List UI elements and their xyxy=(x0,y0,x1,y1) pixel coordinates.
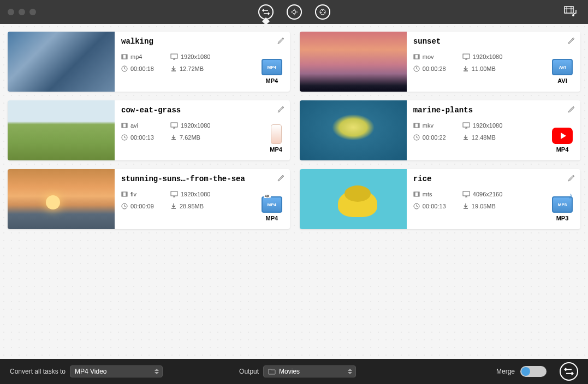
filesize: 28.95MB xyxy=(170,203,230,209)
svg-point-6 xyxy=(572,14,574,16)
output-folder-value: Movies xyxy=(279,368,300,375)
thumbnail xyxy=(8,32,115,92)
source-format: flv xyxy=(121,191,170,197)
thumbnail xyxy=(300,100,407,160)
file-title: sunset xyxy=(413,37,574,46)
target-format-label: AVI xyxy=(557,77,567,84)
minimize-window-icon[interactable] xyxy=(19,9,25,15)
source-format: avi xyxy=(121,122,170,129)
convert-all-label: Convert all tasks to xyxy=(10,368,66,375)
target-format-button[interactable]: MP4 xyxy=(552,128,573,153)
target-format-select[interactable]: MP4 Video xyxy=(70,365,163,377)
edit-icon[interactable] xyxy=(277,105,286,116)
file-title: marine-plants xyxy=(413,106,574,115)
filesize: 11.00MB xyxy=(462,65,522,72)
merge-toggle[interactable] xyxy=(520,366,547,377)
svg-point-2 xyxy=(322,10,323,11)
window-controls xyxy=(0,9,36,15)
task-card[interactable]: sunsetmov1920x108000:00:2811.00MBAVI xyxy=(300,32,580,92)
file-title: walking xyxy=(121,37,283,46)
download-tab-icon[interactable] xyxy=(287,4,302,20)
duration: 00:00:28 xyxy=(413,65,462,72)
thumbnail xyxy=(300,169,407,229)
target-format-label: MP4 xyxy=(266,215,278,221)
convert-tab-icon[interactable] xyxy=(258,4,274,20)
merge-label: Merge xyxy=(496,368,515,375)
svg-rect-17 xyxy=(463,123,470,127)
svg-point-0 xyxy=(293,10,296,14)
playlist-icon[interactable] xyxy=(564,5,577,19)
edit-icon[interactable] xyxy=(567,105,576,116)
edit-icon[interactable] xyxy=(277,36,286,47)
filesize: 12.48MB xyxy=(462,134,522,141)
thumbnail xyxy=(300,32,407,92)
source-format: mts xyxy=(413,191,462,197)
mode-tabs xyxy=(258,4,330,20)
start-convert-button[interactable] xyxy=(560,362,578,381)
file-title: cow-eat-grass xyxy=(121,106,283,115)
target-format-label: MP4 xyxy=(556,146,569,153)
thumbnail xyxy=(8,100,115,160)
format-icon xyxy=(552,196,573,213)
filesize: 7.62MB xyxy=(170,134,230,141)
task-card[interactable]: stunning-suns…-from-the-seaflv1920x10800… xyxy=(8,169,290,229)
task-card[interactable]: walkingmp41920x108000:00:1812.72MBMP4 xyxy=(8,32,290,92)
title-bar xyxy=(0,0,588,24)
resolution: 4096x2160 xyxy=(462,191,522,197)
target-format-button[interactable]: MP4 xyxy=(262,59,282,84)
source-format: mp4 xyxy=(121,53,170,60)
svg-rect-8 xyxy=(171,54,177,58)
close-window-icon[interactable] xyxy=(8,9,14,15)
task-grid: walkingmp41920x108000:00:1812.72MBMP4sun… xyxy=(0,24,588,237)
format-icon xyxy=(552,128,573,144)
output-label: Output xyxy=(239,368,259,375)
duration: 00:00:09 xyxy=(121,203,170,209)
filesize: 19.05MB xyxy=(462,203,522,209)
maximize-window-icon[interactable] xyxy=(29,9,36,15)
task-card[interactable]: marine-plantsmkv1920x108000:00:2212.48MB… xyxy=(300,100,580,160)
media-tab-icon[interactable] xyxy=(315,4,330,20)
svg-point-3 xyxy=(320,12,322,13)
edit-icon[interactable] xyxy=(277,173,286,184)
svg-rect-23 xyxy=(463,191,470,196)
svg-point-4 xyxy=(324,12,325,13)
resolution: 1920x1080 xyxy=(170,53,230,60)
svg-rect-20 xyxy=(171,191,177,196)
duration: 00:00:18 xyxy=(121,65,170,72)
duration: 00:00:13 xyxy=(413,203,462,209)
output-folder-select[interactable]: Movies xyxy=(263,365,356,377)
thumbnail xyxy=(8,169,115,229)
task-card[interactable]: cow-eat-grassavi1920x108000:00:137.62MBM… xyxy=(8,100,290,160)
svg-rect-11 xyxy=(463,54,470,58)
target-format-button[interactable]: MP4 xyxy=(270,124,282,153)
target-format-button[interactable]: MP4 xyxy=(262,196,282,221)
folder-icon xyxy=(268,368,276,375)
task-card[interactable]: ricemts4096x216000:00:1319.05MBMP3 xyxy=(300,169,580,229)
svg-rect-14 xyxy=(171,123,177,127)
edit-icon[interactable] xyxy=(567,36,576,47)
format-icon xyxy=(271,124,282,144)
format-icon xyxy=(262,196,282,213)
duration: 00:00:22 xyxy=(413,134,462,141)
source-format: mov xyxy=(413,53,462,60)
resolution: 1920x1080 xyxy=(170,191,230,197)
resolution: 1920x1080 xyxy=(462,122,522,129)
target-format-button[interactable]: AVI xyxy=(552,59,573,84)
file-title: stunning-suns…-from-the-sea xyxy=(121,175,283,183)
duration: 00:00:13 xyxy=(121,134,170,141)
source-format: mkv xyxy=(413,122,462,129)
target-format-value: MP4 Video xyxy=(75,368,106,375)
target-format-label: MP3 xyxy=(556,215,569,221)
filesize: 12.72MB xyxy=(170,65,230,72)
format-icon xyxy=(262,59,282,75)
target-format-label: MP4 xyxy=(270,146,282,153)
edit-icon[interactable] xyxy=(567,173,576,184)
bottom-bar: Convert all tasks to MP4 Video Output Mo… xyxy=(0,359,588,384)
target-format-button[interactable]: MP3 xyxy=(552,196,573,221)
file-title: rice xyxy=(413,175,574,183)
resolution: 1920x1080 xyxy=(170,122,230,129)
format-icon xyxy=(552,59,573,75)
resolution: 1920x1080 xyxy=(462,53,522,60)
svg-rect-5 xyxy=(565,7,573,13)
target-format-label: MP4 xyxy=(266,77,278,84)
